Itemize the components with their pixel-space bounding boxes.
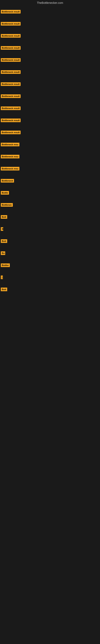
page-wrapper: TheBottlenecker.com Bottleneck resultBot… xyxy=(0,0,100,644)
bottleneck-badge-15[interactable]: Bottleneck xyxy=(1,179,14,182)
result-row-14: Bottleneck resu xyxy=(0,162,100,175)
bottleneck-badge-2[interactable]: Bottleneck result xyxy=(1,22,21,26)
bottleneck-badge-19[interactable]: B xyxy=(1,227,3,231)
result-row-12: Bottleneck resu xyxy=(0,138,100,150)
result-row-5: Bottleneck result xyxy=(0,54,100,66)
result-row-13: Bottleneck resu xyxy=(0,150,100,162)
bottleneck-badge-5[interactable]: Bottleneck result xyxy=(1,58,21,62)
result-row-7: Bottleneck result xyxy=(0,78,100,90)
result-row-10: Bottleneck result xyxy=(0,114,100,126)
result-row-21: Bo xyxy=(0,247,100,259)
bottleneck-badge-18[interactable]: Bott xyxy=(1,215,7,219)
bottleneck-badge-14[interactable]: Bottleneck resu xyxy=(1,167,19,170)
result-row-16: Bottle xyxy=(0,187,100,199)
bottleneck-badge-17[interactable]: Bottlenec xyxy=(1,203,13,207)
result-row-18: Bott xyxy=(0,211,100,223)
result-row-9: Bottleneck result xyxy=(0,102,100,114)
result-row-3: Bottleneck result xyxy=(0,30,100,42)
bottleneck-badge-24[interactable]: Bott xyxy=(1,288,7,291)
bottleneck-badge-16[interactable]: Bottle xyxy=(1,191,9,194)
site-title-text: TheBottlenecker.com xyxy=(37,1,63,4)
bottleneck-badge-12[interactable]: Bottleneck resu xyxy=(1,143,19,146)
result-row-23: | xyxy=(0,271,100,283)
bottleneck-badge-4[interactable]: Bottleneck result xyxy=(1,46,21,50)
bottleneck-badge-6[interactable]: Bottleneck result xyxy=(1,70,21,74)
bottleneck-badge-10[interactable]: Bottleneck result xyxy=(1,118,21,122)
bottleneck-badge-22[interactable]: Bottler xyxy=(1,264,10,267)
result-row-1: Bottleneck result xyxy=(0,6,100,18)
bottleneck-badge-23[interactable]: | xyxy=(1,276,3,279)
bottleneck-badge-7[interactable]: Bottleneck result xyxy=(1,82,21,86)
result-row-2: Bottleneck result xyxy=(0,18,100,30)
bottleneck-badge-1[interactable]: Bottleneck result xyxy=(1,10,21,14)
site-title: TheBottlenecker.com xyxy=(0,0,100,6)
bottleneck-badge-3[interactable]: Bottleneck result xyxy=(1,34,21,38)
result-row-22: Bottler xyxy=(0,259,100,271)
result-row-8: Bottleneck result xyxy=(0,90,100,102)
results-container: Bottleneck resultBottleneck resultBottle… xyxy=(0,6,100,296)
result-row-15: Bottleneck xyxy=(0,175,100,187)
result-row-20: Bott xyxy=(0,235,100,247)
bottleneck-badge-21[interactable]: Bo xyxy=(1,251,5,255)
bottleneck-badge-8[interactable]: Bottleneck result xyxy=(1,94,21,98)
result-row-17: Bottlenec xyxy=(0,199,100,211)
result-row-24: Bott xyxy=(0,283,100,296)
bottleneck-badge-13[interactable]: Bottleneck resu xyxy=(1,155,19,158)
bottleneck-badge-11[interactable]: Bottleneck result xyxy=(1,130,21,134)
result-row-4: Bottleneck result xyxy=(0,42,100,54)
bottleneck-badge-9[interactable]: Bottleneck result xyxy=(1,106,21,110)
result-row-19: B xyxy=(0,223,100,235)
result-row-6: Bottleneck result xyxy=(0,66,100,78)
bottleneck-badge-20[interactable]: Bott xyxy=(1,239,7,243)
result-row-11: Bottleneck result xyxy=(0,126,100,138)
